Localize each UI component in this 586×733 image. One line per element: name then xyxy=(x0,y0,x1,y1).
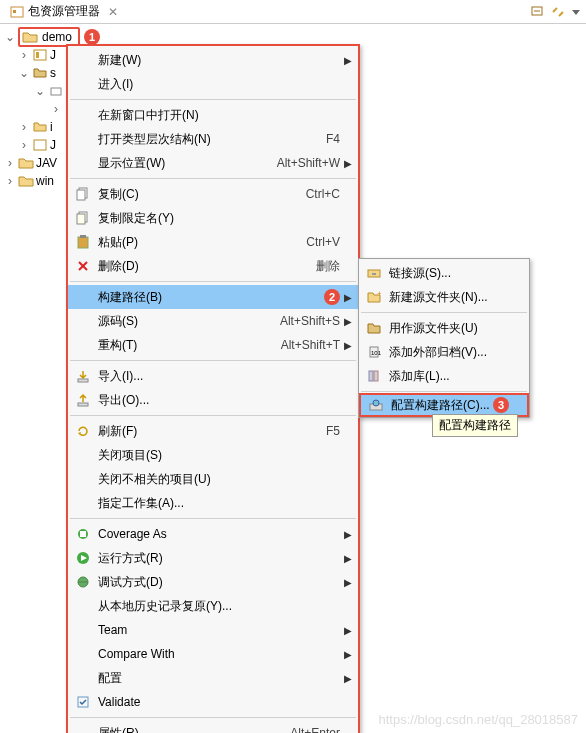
submenu-arrow-icon: ▶ xyxy=(344,553,352,564)
svg-point-35 xyxy=(373,400,379,406)
expand-icon[interactable]: › xyxy=(50,102,62,116)
main_menu-item[interactable]: Validate xyxy=(68,690,358,714)
main_menu-item[interactable]: 刷新(F)F5 xyxy=(68,419,358,443)
paste-icon xyxy=(72,233,94,251)
menu-shortcut: Ctrl+C xyxy=(306,187,340,201)
main_menu-item[interactable]: 导出(O)... xyxy=(68,388,358,412)
main_menu-item[interactable]: 构建路径(B)2▶ xyxy=(68,285,358,309)
menu-label: Compare With xyxy=(94,647,340,661)
menu-label: Coverage As xyxy=(94,527,340,541)
menu-label: 指定工作集(A)... xyxy=(94,495,340,512)
menu-label: 重构(T) xyxy=(94,337,269,354)
svg-marker-4 xyxy=(572,10,580,15)
main_menu-item[interactable]: 在新窗口中打开(N) xyxy=(68,103,358,127)
main_menu-item[interactable]: 导入(I)... xyxy=(68,364,358,388)
expand-icon[interactable]: › xyxy=(4,174,16,188)
project-name: demo xyxy=(42,30,72,44)
main_menu-item[interactable]: 从本地历史记录复原(Y)... xyxy=(68,594,358,618)
main_menu-item[interactable]: 指定工作集(A)... xyxy=(68,491,358,515)
menu-label: 配置构建路径(C)... xyxy=(387,397,491,414)
main_menu-item[interactable]: 属性(R)Alt+Enter xyxy=(68,721,358,733)
expand-icon[interactable]: ⌄ xyxy=(34,84,46,98)
menu-label: 刷新(F) xyxy=(94,423,314,440)
main_menu-item[interactable]: 运行方式(R)▶ xyxy=(68,546,358,570)
collapse-all-icon[interactable] xyxy=(530,4,546,20)
menu-label: 运行方式(R) xyxy=(94,550,340,567)
expand-icon[interactable]: › xyxy=(18,138,30,152)
main_menu-item[interactable]: 删除(D)删除 xyxy=(68,254,358,278)
menu-separator xyxy=(361,391,527,392)
link-icon xyxy=(363,264,385,282)
tree-label: win xyxy=(36,174,54,188)
main_menu-item[interactable]: 配置▶ xyxy=(68,666,358,690)
main_menu-item[interactable]: 关闭项目(S) xyxy=(68,443,358,467)
main_menu-item[interactable]: 复制限定名(Y) xyxy=(68,206,358,230)
library-icon xyxy=(32,47,48,63)
menu-label: 删除(D) xyxy=(94,258,304,275)
sub_menu-item[interactable]: 添加库(L)... xyxy=(359,364,529,388)
main_menu-item[interactable]: 进入(I) xyxy=(68,72,358,96)
blank-icon xyxy=(72,106,94,124)
menu-shortcut: F5 xyxy=(326,424,340,438)
expand-icon[interactable]: ⌄ xyxy=(18,66,30,80)
menu-label: 构建路径(B) xyxy=(94,289,322,306)
menu-separator xyxy=(70,178,356,179)
main_menu-item[interactable]: 重构(T)Alt+Shift+T▶ xyxy=(68,333,358,357)
blank-icon xyxy=(72,336,94,354)
menu-shortcut: Alt+Shift+W xyxy=(277,156,340,170)
main_menu-item[interactable]: Coverage As▶ xyxy=(68,522,358,546)
source-folder-icon xyxy=(32,65,48,81)
export-icon xyxy=(72,391,94,409)
expand-icon[interactable]: › xyxy=(4,156,16,170)
tree-label: JAV xyxy=(36,156,57,170)
menu-separator xyxy=(70,281,356,282)
sub_menu-item[interactable]: 101添加外部归档(V)... xyxy=(359,340,529,364)
sub_menu-item[interactable]: 用作源文件夹(U) xyxy=(359,316,529,340)
context-menu: 新建(W)▶进入(I)在新窗口中打开(N)打开类型层次结构(N)F4显示位置(W… xyxy=(66,44,360,733)
blank-icon xyxy=(72,154,94,172)
blank-icon xyxy=(72,669,94,687)
submenu-arrow-icon: ▶ xyxy=(344,55,352,66)
expand-icon[interactable]: › xyxy=(18,48,30,62)
expand-icon[interactable]: ⌄ xyxy=(4,30,16,44)
menu-label: 从本地历史记录复原(Y)... xyxy=(94,598,340,615)
validate-icon xyxy=(72,693,94,711)
main_menu-item[interactable]: 打开类型层次结构(N)F4 xyxy=(68,127,358,151)
svg-text:+: + xyxy=(377,290,381,298)
blank-icon xyxy=(72,470,94,488)
package-icon xyxy=(48,83,64,99)
close-tab-icon[interactable]: ✕ xyxy=(108,5,118,19)
main_menu-item[interactable]: Compare With▶ xyxy=(68,642,358,666)
callout-1: 1 xyxy=(84,29,100,45)
view-menu-icon[interactable] xyxy=(570,6,582,18)
jar-icon: 101 xyxy=(363,343,385,361)
callout-2: 2 xyxy=(324,289,340,305)
sub_menu-item[interactable]: +新建源文件夹(N)... xyxy=(359,285,529,309)
svg-rect-13 xyxy=(77,214,85,224)
blank-icon xyxy=(72,724,94,733)
config-icon xyxy=(365,396,387,414)
main_menu-item[interactable]: 复制(C)Ctrl+C xyxy=(68,182,358,206)
main_menu-item[interactable]: 调试方式(D)▶ xyxy=(68,570,358,594)
blank-icon xyxy=(72,288,94,306)
link-editor-icon[interactable] xyxy=(550,4,566,20)
tooltip: 配置构建路径 xyxy=(432,414,518,437)
main_menu-item[interactable]: Team▶ xyxy=(68,618,358,642)
blank-icon xyxy=(72,446,94,464)
main_menu-item[interactable]: 显示位置(W)Alt+Shift+W▶ xyxy=(68,151,358,175)
menu-label: 配置 xyxy=(94,670,340,687)
menu-label: 复制限定名(Y) xyxy=(94,210,340,227)
panel-tab[interactable]: 包资源管理器 ✕ xyxy=(4,1,124,22)
main_menu-item[interactable]: 关闭不相关的项目(U) xyxy=(68,467,358,491)
main_menu-item[interactable]: 新建(W)▶ xyxy=(68,48,358,72)
blank-icon xyxy=(72,494,94,512)
main_menu-item[interactable]: 源码(S)Alt+Shift+S▶ xyxy=(68,309,358,333)
svg-rect-14 xyxy=(78,237,88,248)
debug-icon xyxy=(72,573,94,591)
menu-label: 复制(C) xyxy=(94,186,294,203)
menu-label: Validate xyxy=(94,695,340,709)
project-folder-icon xyxy=(18,173,34,189)
sub_menu-item[interactable]: 链接源(S)... xyxy=(359,261,529,285)
expand-icon[interactable]: › xyxy=(18,120,30,134)
main_menu-item[interactable]: 粘贴(P)Ctrl+V xyxy=(68,230,358,254)
